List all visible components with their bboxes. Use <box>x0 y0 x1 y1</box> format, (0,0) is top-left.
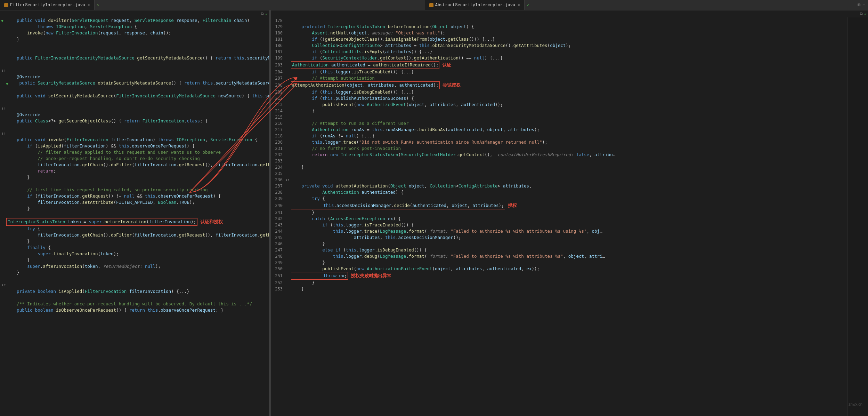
code-line-248: 248 this.logger.debug(LogMessage.format(… <box>271 253 847 259</box>
code-line-232: 232 return new InterceptorStatusToken(Se… <box>271 152 847 158</box>
code-line-215: 215 <box>271 114 847 120</box>
code-line-234: 234 } <box>271 164 847 170</box>
code-line: return; <box>0 168 269 174</box>
finally-invocation-line: super.finallyInvocation(token); <box>0 251 269 257</box>
code-line-240: 240 this.accessDecisionManager.decide(au… <box>271 202 847 209</box>
code-line: ⇃↑ <box>0 105 269 112</box>
edit-indicator-left: ✎ <box>97 3 99 7</box>
check-icon-left: ✓ <box>265 12 268 16</box>
left-editor-pane: ⧉ ✓ ● public void doFilter(ServletReques… <box>0 10 269 416</box>
code-line: public FilterInvocationSecurityMetadataS… <box>0 55 269 61</box>
code-line: public void invoke(FilterInvocation filt… <box>0 137 269 143</box>
code-line-179: 179 protected InterceptorStatusToken bef… <box>271 24 847 30</box>
code-line-216: 216 // Attempt to run as a different use… <box>271 120 847 127</box>
code-line: // filter already applied to this reques… <box>0 149 269 155</box>
code-line-246: 246 } <box>271 241 847 247</box>
minimap <box>847 17 868 416</box>
tab-left[interactable]: FilterSecurityInterceptor.java × <box>0 0 95 10</box>
auth-label: 认证和授权 <box>200 219 223 225</box>
code-line-241: 241 } <box>271 209 847 216</box>
code-line-249: 249 } <box>271 259 847 266</box>
code-line-204: 204 if (this.logger.isTraceEnabled()) {.… <box>271 69 847 75</box>
java-icon-left <box>4 3 8 7</box>
code-line-180: 180 Assert.notNull(object, message: "Obj… <box>271 30 847 36</box>
code-line: ⇃↑ <box>0 282 269 288</box>
code-line: throws IOException, ServletException { <box>0 24 269 30</box>
code-line-242: 242 catch (AccessDeniedException ex) { <box>271 216 847 222</box>
code-line-243: 243 if (this.logger.isTraceEnabled()) { <box>271 222 847 228</box>
right-code-scroll[interactable]: 178 179 protected InterceptorStatusToken… <box>271 17 868 416</box>
code-line: ⇃↑ <box>0 130 269 137</box>
java-icon-right <box>429 3 433 7</box>
code-line: } <box>0 238 269 245</box>
split-view-icon-right[interactable]: ⧉ <box>860 12 863 16</box>
code-line: try { <box>0 226 269 232</box>
more-options-icon[interactable]: ⋯ <box>863 2 865 8</box>
code-line-181: 181 if (!getSecureObjectClass().isAssign… <box>271 36 847 42</box>
check-icon-right: ✓ <box>864 12 867 16</box>
code-line-218: 218 if (runAs != null) {...} <box>271 133 847 139</box>
finally-line: finally { <box>0 245 269 251</box>
code-line: if (filterInvocation.getRequest() != nul… <box>0 193 269 199</box>
code-line: public void setSecurityMetadataSource(Fi… <box>0 93 269 99</box>
code-line: filterInvocation.getChain().doFilter(fil… <box>0 162 269 168</box>
code-line-231: 231 // no further work post-invocation <box>271 145 847 152</box>
code-line-186: 186 Collection<ConfigAttribute> attribut… <box>271 42 847 49</box>
code-line-252: 252 } <box>271 280 847 286</box>
code-line-233: 233 <box>271 158 847 164</box>
tab-right[interactable]: AbstractSecurityInterceptor.java × <box>425 0 525 10</box>
throw-label: 授权失败时抛出异常 <box>351 273 391 279</box>
code-line: ● public SecurityMetadataSource obtainSe… <box>0 80 269 87</box>
code-line: filterInvocation.setAttribute(FILTER_APP… <box>0 199 269 206</box>
after-invocation-line: super.afterInvocation(token, returnedObj… <box>0 263 269 270</box>
interceptor-token-line: InterceptorStatusToken token = super.bef… <box>0 218 269 226</box>
edit-indicator-right: ✓ <box>527 3 529 7</box>
code-line: } <box>0 36 269 42</box>
close-icon-right[interactable]: × <box>518 3 520 7</box>
code-line: } <box>0 206 269 212</box>
code-line: /** Indicates whether once-per-request h… <box>0 301 269 307</box>
code-line: } <box>0 174 269 181</box>
code-line-217: 217 Authentication runAs = this.runAsMan… <box>271 127 847 133</box>
code-line-187: 187 if (CollectionUtils.isEmpty(attribut… <box>271 49 847 55</box>
tab-left-label: FilterSecurityInterceptor.java <box>10 3 85 8</box>
left-code-scroll[interactable]: ● public void doFilter(ServletRequest re… <box>0 17 269 416</box>
code-line-212: 212 if (this.publishAuthorizationSuccess… <box>271 95 847 102</box>
code-line: private boolean isApplied(FilterInvocati… <box>0 288 269 295</box>
code-line: // first time this request being called,… <box>0 187 269 193</box>
code-line-236: 236 ⇃↑ <box>271 177 847 183</box>
code-line-230: 230 this.logger.trace("Did not switch Ru… <box>271 139 847 145</box>
code-line: ● public void doFilter(ServletRequest re… <box>0 17 269 24</box>
code-line: invoke(new FilterInvocation(request, res… <box>0 30 269 36</box>
code-line: @Override <box>0 112 269 118</box>
code-line: public Class<?> getSecureObjectClass() {… <box>0 118 269 124</box>
code-line: public boolean isObserveOncePerRequest()… <box>0 307 269 313</box>
tab-right-label: AbstractSecurityInterceptor.java <box>435 3 515 8</box>
right-editor-pane: ⧉ ✓ 178 179 prote <box>271 10 868 416</box>
code-line-208: 208 attemptAuthorization(object, attribu… <box>271 81 847 89</box>
authz-label: 尝试授权 <box>443 82 461 88</box>
code-line: if (isApplied(filterInvocation) && this.… <box>0 143 269 149</box>
code-line-178: 178 <box>271 17 847 24</box>
code-line-209: 209 if (this.logger.isDebugEnabled()) {.… <box>271 89 847 95</box>
code-line-238: 238 Authentication authenticated) { <box>271 189 847 195</box>
code-line-214: 214 } <box>271 108 847 114</box>
close-icon-left[interactable]: × <box>88 3 90 7</box>
code-line-250: 250 publishEvent(new AuthorizationFailur… <box>271 266 847 272</box>
authn-label: 认证 <box>442 62 451 68</box>
code-line-235: 235 <box>271 170 847 177</box>
code-line: ⇃↑ <box>0 67 269 74</box>
code-line-253: 253 } <box>271 286 847 292</box>
watermark: znwx.cn <box>849 402 862 406</box>
code-line: filterInvocation.getChain().doFilter(fil… <box>0 232 269 238</box>
code-line-247: 247 else if (this.logger.isDebugEnabled(… <box>271 247 847 253</box>
code-line-239: 239 try { <box>271 195 847 202</box>
code-line: // once-per-request handling, so don't r… <box>0 155 269 162</box>
code-line-244: 244 this.logger.trace(LogMessage.format(… <box>271 228 847 234</box>
split-view-icon-left[interactable]: ⧉ <box>261 12 264 16</box>
code-line-213: 213 publishEvent(new AuthorizedEvent(obj… <box>271 102 847 108</box>
code-line-207: 207 // Attempt authorization <box>271 75 847 81</box>
split-editor-icon[interactable]: ⧉ <box>858 3 861 8</box>
code-line-199: 199 if (SecurityContextHolder.getContext… <box>271 55 847 61</box>
decide-label: 授权 <box>508 202 517 209</box>
